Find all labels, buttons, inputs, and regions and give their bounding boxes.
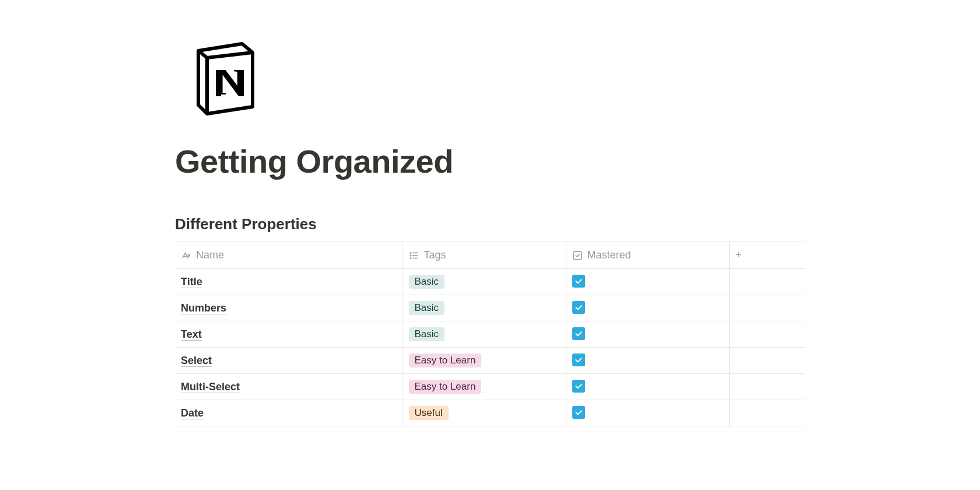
table-row: Multi-SelectEasy to Learn — [175, 374, 805, 400]
cell-name[interactable]: Text — [175, 321, 402, 348]
page-title[interactable]: Getting Organized — [175, 142, 805, 180]
svg-point-4 — [410, 252, 411, 253]
cell-tags[interactable]: Easy to Learn — [402, 374, 566, 400]
cell-empty — [729, 269, 805, 295]
checkbox-checked[interactable] — [572, 275, 585, 288]
cell-empty — [729, 400, 805, 426]
table-header-row: Name Tags Mast — [175, 242, 805, 269]
notion-logo-icon: N — [181, 35, 268, 123]
tag[interactable]: Useful — [409, 406, 449, 420]
checkbox-checked[interactable] — [572, 354, 585, 366]
cell-tags[interactable]: Useful — [402, 400, 566, 426]
cell-tags[interactable]: Basic — [402, 269, 566, 295]
row-title[interactable]: Date — [181, 407, 204, 419]
tag[interactable]: Basic — [409, 301, 445, 315]
checkbox-checked[interactable] — [572, 406, 585, 419]
tag[interactable]: Easy to Learn — [409, 354, 482, 368]
row-title[interactable]: Multi-Select — [181, 381, 240, 393]
table-row: NumbersBasic — [175, 295, 805, 321]
svg-point-5 — [410, 255, 411, 256]
column-header-mastered[interactable]: Mastered — [566, 242, 729, 269]
plus-icon: + — [736, 249, 742, 261]
cell-mastered[interactable] — [566, 348, 729, 374]
column-header-name[interactable]: Name — [175, 242, 402, 269]
cell-name[interactable]: Title — [175, 269, 402, 295]
database-table: Name Tags Mast — [175, 242, 805, 426]
cell-empty — [729, 321, 805, 348]
svg-point-6 — [410, 257, 411, 258]
column-label: Tags — [424, 249, 446, 261]
multiselect-icon — [409, 250, 419, 261]
row-title[interactable]: Numbers — [181, 302, 226, 314]
cell-mastered[interactable] — [566, 321, 729, 348]
checkbox-checked[interactable] — [572, 327, 585, 340]
tag[interactable]: Easy to Learn — [409, 380, 482, 394]
row-title[interactable]: Select — [181, 355, 212, 366]
tag[interactable]: Basic — [409, 275, 445, 289]
cell-mastered[interactable] — [566, 400, 729, 426]
row-title[interactable]: Text — [181, 328, 202, 340]
svg-rect-7 — [573, 251, 582, 260]
checkbox-checked[interactable] — [572, 301, 585, 314]
cell-mastered[interactable] — [566, 269, 729, 295]
table-row: TextBasic — [175, 321, 805, 348]
cell-tags[interactable]: Basic — [402, 295, 566, 321]
cell-name[interactable]: Multi-Select — [175, 374, 402, 400]
row-title[interactable]: Title — [181, 276, 202, 288]
checkbox-checked[interactable] — [572, 380, 585, 393]
table-row: SelectEasy to Learn — [175, 348, 805, 374]
svg-text:N: N — [216, 62, 243, 103]
cell-empty — [729, 348, 805, 374]
cell-tags[interactable]: Easy to Learn — [402, 348, 566, 374]
database-title[interactable]: Different Properties — [175, 215, 805, 233]
cell-name[interactable]: Select — [175, 348, 402, 374]
add-column-button[interactable]: + — [729, 242, 805, 269]
column-label: Mastered — [587, 249, 631, 261]
table-row: DateUseful — [175, 400, 805, 426]
cell-name[interactable]: Date — [175, 400, 402, 426]
page-icon[interactable]: N — [181, 35, 805, 125]
cell-mastered[interactable] — [566, 295, 729, 321]
table-row: TitleBasic — [175, 269, 805, 295]
cell-empty — [729, 374, 805, 400]
column-label: Name — [196, 249, 224, 261]
title-icon — [181, 250, 191, 261]
column-header-tags[interactable]: Tags — [402, 242, 566, 269]
cell-mastered[interactable] — [566, 374, 729, 400]
cell-empty — [729, 295, 805, 321]
tag[interactable]: Basic — [409, 327, 445, 341]
checkbox-icon — [572, 250, 583, 261]
cell-tags[interactable]: Basic — [402, 321, 566, 348]
cell-name[interactable]: Numbers — [175, 295, 402, 321]
